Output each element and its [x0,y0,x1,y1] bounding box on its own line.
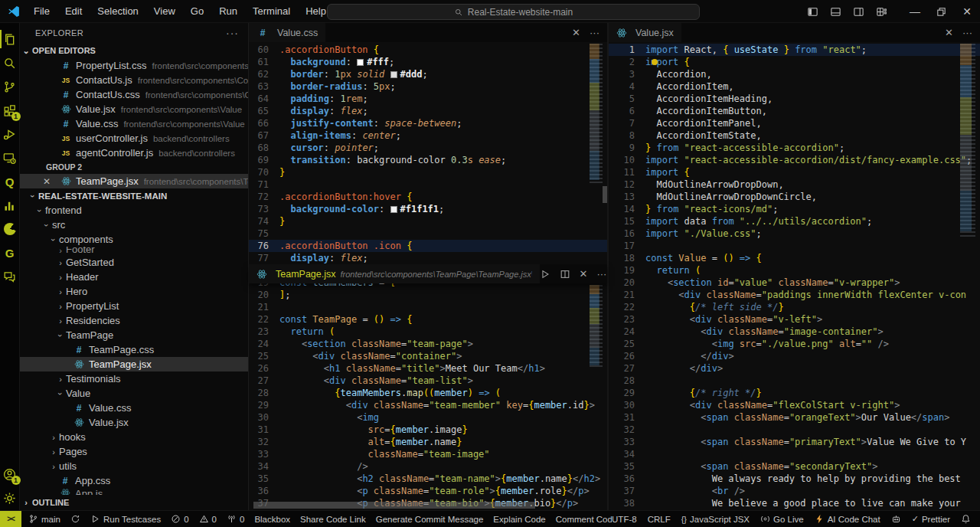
status-robot[interactable] [891,514,901,524]
tree-item-hooks[interactable]: ›hooks [20,430,248,444]
status-generate-commit-message[interactable]: Generate Commit Message [376,515,484,524]
menu-view[interactable]: View [147,3,182,19]
status-eol[interactable]: CRLF [648,515,671,524]
command-center-search[interactable]: Real-Estate-website-main [327,4,700,20]
tree-item-value.jsx[interactable]: Value.jsx [20,415,248,430]
menu-selection[interactable]: Selection [90,3,145,19]
tree-item-footer[interactable]: ›Footer [20,247,248,255]
close-editor-icon[interactable]: ✕ [580,268,588,280]
tree-item-hero[interactable]: ›Hero [20,284,248,299]
tree-item-teampage[interactable]: ›TeamPage [20,328,248,342]
tree-item-pages[interactable]: ›Pages [20,444,248,459]
activity-code-runner-icon[interactable] [0,218,20,241]
menu-run[interactable]: Run [212,3,244,19]
activity-explorer-icon[interactable] [0,28,20,51]
open-editor-item[interactable]: JSContactUs.jsfrontend\src\components\Co… [20,73,248,87]
editor-teampage-jsx[interactable]: 19const teamMembers = [20];2122const Tea… [249,283,607,510]
explorer-more-actions-icon[interactable]: ··· [226,27,239,39]
close-button[interactable]: ✕ [954,0,980,23]
tree-item-testimonials[interactable]: ›Testimonials [20,372,248,386]
menu-terminal[interactable]: Terminal [246,3,297,19]
scrollbar[interactable] [603,186,607,203]
tab-value-jsx[interactable]: Value.jsx [609,23,681,42]
activity-quokka-icon[interactable]: Q [0,170,20,193]
status-errors[interactable]: 0 [171,514,188,524]
horizontal-scrollbar[interactable] [253,502,535,509]
more-actions-icon[interactable]: ··· [590,27,599,38]
close-icon[interactable]: ✕ [43,176,51,187]
minimap[interactable] [590,285,603,400]
open-editors-header[interactable]: ⌄ OPEN EDITORS [20,43,248,58]
status-explain-code[interactable]: Explain Code [493,515,545,524]
open-editor-item[interactable]: JSuserController.jsbackend\controllers [20,131,248,146]
activity-chat-icon[interactable] [0,265,20,288]
status-comment-code[interactable]: Comment Code [556,515,612,524]
tree-item-teampage.jsx[interactable]: TeamPage.jsx [20,357,248,372]
status-go-live[interactable]: Go Live [760,514,804,524]
tab-teampage-jsx[interactable]: TeamPage.jsx frontend\src\components\Tea… [249,264,540,283]
tree-item-app.css[interactable]: #App.css [20,473,248,488]
tree-item-components[interactable]: ›components [20,232,248,247]
status-notifications[interactable] [961,514,971,524]
tree-item-utils[interactable]: ›utils [20,459,248,473]
tab-value-css[interactable]: # Value.css [249,23,325,42]
tree-item-propertylist[interactable]: ›PropertyList [20,299,248,313]
status-ports[interactable]: 0 [227,514,244,524]
tree-item-value.css[interactable]: #Value.css [20,401,248,415]
toggle-secondary-sidebar-icon[interactable] [848,0,868,23]
open-editor-item[interactable]: JSagentController.jsbackend\controllers [20,146,248,160]
status-run-testcases[interactable]: Run Testcases [90,514,161,524]
tree-item-header[interactable]: ›Header [20,270,248,284]
more-actions-icon[interactable]: ··· [962,27,972,38]
menu-file[interactable]: File [27,3,57,19]
open-editor-item[interactable]: #ContactUs.cssfrontend\src\components\Co… [20,87,248,102]
tree-item-src[interactable]: ›src [20,218,248,232]
run-file-icon[interactable] [540,269,550,280]
tree-item-real-estate-website-main[interactable]: ›REAL-ESTATE-WEBSITE-MAIN [20,188,248,203]
activity-source-control-icon[interactable] [0,75,20,98]
remote-indicator[interactable]: >< [0,511,21,527]
tree-item-value[interactable]: ›Value [20,386,248,401]
tree-item-frontend[interactable]: ›frontend [20,203,248,218]
minimize-button[interactable]: — [902,0,928,23]
editor-value-css[interactable]: 60.accordionButton {61 background: #fff;… [249,42,607,264]
status-share-code-link[interactable]: Share Code Link [300,515,366,524]
activity-run-and-debug-icon[interactable] [0,123,20,146]
menu-edit[interactable]: Edit [58,3,89,19]
toggle-panel-icon[interactable] [825,0,845,23]
activity-gitlens-icon[interactable]: G [0,241,20,264]
status-language-mode[interactable]: {}JavaScript JSX [681,515,750,524]
activity-accounts-icon[interactable]: 1 [0,463,20,486]
minimap[interactable] [960,44,975,312]
tree-item-teampage.css[interactable]: #TeamPage.css [20,342,248,357]
split-editor-icon[interactable] [560,269,570,280]
activity-extensions-icon[interactable]: 1 [0,99,20,122]
tree-item-residencies[interactable]: ›Residencies [20,313,248,328]
status-git-sync[interactable] [70,514,80,524]
open-editor-item[interactable]: Value.jsxfrontend\src\components\Value [20,102,248,116]
menu-go[interactable]: Go [184,3,211,19]
activity-analytics-icon[interactable] [0,194,20,217]
restore-button[interactable] [928,0,954,23]
open-editor-item[interactable]: #Value.cssfrontend\src\components\Value [20,116,248,131]
status-warnings[interactable]: 0 [199,514,217,524]
status-git-branch[interactable]: main [28,514,60,524]
close-editor-icon[interactable]: ✕ [945,27,953,38]
status-blackbox[interactable]: Blackbox [254,515,290,524]
tree-item-app.js[interactable]: App.js [20,488,248,495]
tree-item-getstarted[interactable]: ›GetStarted [20,255,248,270]
close-editor-icon[interactable]: ✕ [572,27,580,38]
status-prettier[interactable]: ✓Prettier [912,514,950,524]
activity-settings-icon[interactable] [0,486,20,509]
open-editor-item[interactable]: #PropertyList.cssfrontend\src\components… [20,58,248,73]
editor-value-jsx[interactable]: 1import React, { useState } from "react"… [609,42,980,510]
status-encoding[interactable]: UTF-8 [612,515,637,524]
status-ai-code-chat[interactable]: AI Code Chat [815,514,880,524]
outline-header[interactable]: › OUTLINE [20,495,248,510]
more-actions-icon[interactable]: ··· [596,268,606,280]
activity-remote-explorer-icon[interactable] [0,146,20,169]
customize-layout-icon[interactable] [871,0,891,23]
activity-search-icon[interactable] [0,51,20,74]
minimap[interactable] [590,44,603,239]
open-editor-item[interactable]: ✕TeamPage.jsxfrontend\src\components\Tea… [20,174,248,188]
